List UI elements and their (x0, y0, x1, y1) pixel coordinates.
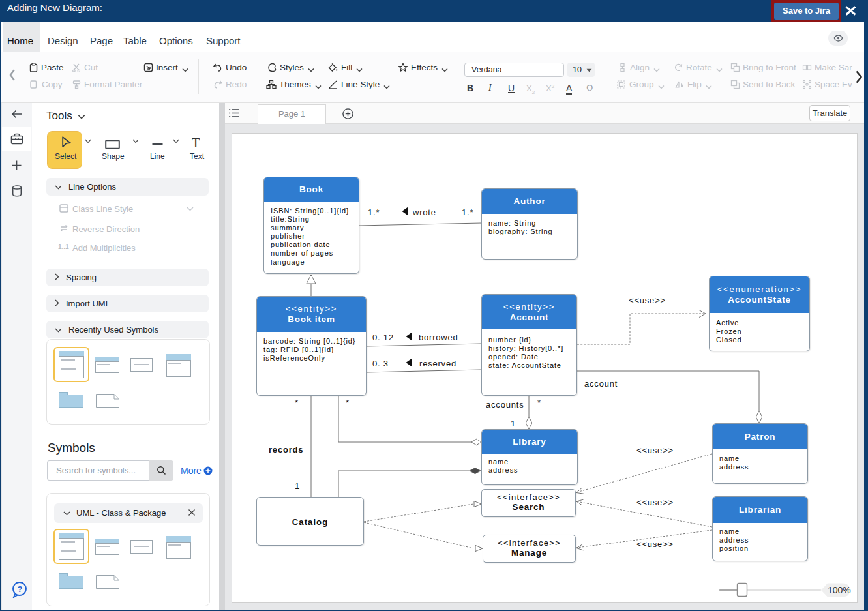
svg-text:?: ? (18, 584, 23, 594)
svg-text:100%: 100% (828, 585, 851, 595)
